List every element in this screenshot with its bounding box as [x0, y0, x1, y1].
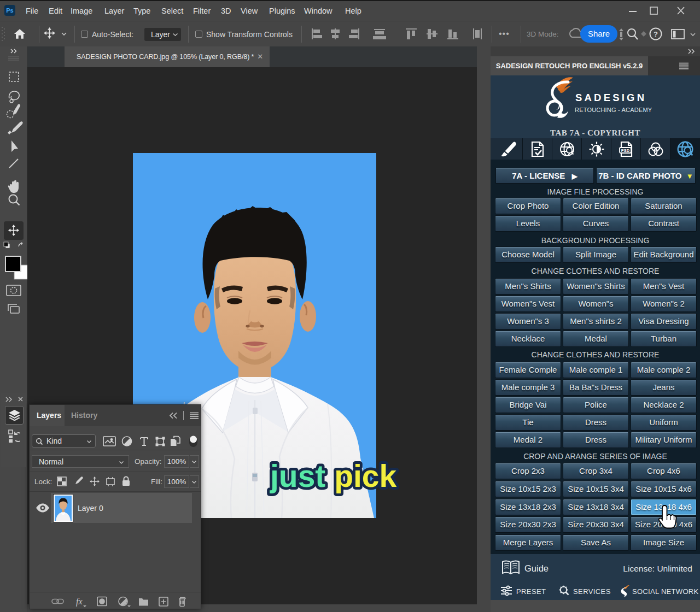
svg-text:fx: fx [76, 597, 83, 607]
svg-text:?: ? [654, 30, 658, 38]
svg-text:PSD: PSD [621, 148, 629, 153]
svg-text:just pick: just pick [270, 458, 397, 493]
